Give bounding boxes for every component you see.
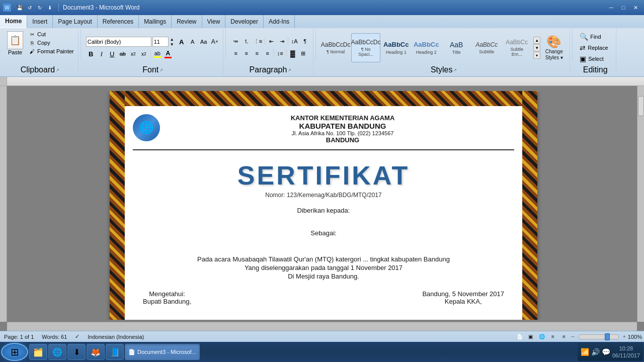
font-name-box[interactable]: Calibri (Body)	[86, 37, 151, 47]
styles-expand[interactable]: ↗	[453, 68, 457, 72]
align-right-button[interactable]: ≡	[252, 48, 262, 58]
print-layout-btn[interactable]: 📄	[515, 333, 525, 341]
style-heading2[interactable]: AaBbCc Heading 2	[412, 33, 441, 62]
highlight-button[interactable]: ab	[152, 49, 163, 59]
numbering-button[interactable]: ⒈	[242, 36, 252, 46]
change-case-btn[interactable]: Aa	[199, 37, 209, 47]
style-heading1[interactable]: AaBbCc Heading 1	[381, 33, 411, 62]
taskbar-ie[interactable]: 🌐	[48, 344, 66, 360]
full-screen-btn[interactable]: ▣	[526, 333, 536, 341]
taskbar-arrow[interactable]: ⬇	[67, 344, 86, 360]
copy-button[interactable]: ⎘ Copy	[27, 39, 75, 47]
sort-button[interactable]: ↕A	[289, 36, 299, 46]
word-count[interactable]: Words: 61	[40, 334, 69, 340]
font-grow-large-btn[interactable]: A	[177, 37, 187, 47]
style-normal[interactable]: AaBbCcDc ¶ Normal	[321, 33, 350, 62]
tab-insert[interactable]: Insert	[27, 15, 53, 28]
vertical-scrollbar[interactable]	[637, 86, 644, 322]
styles-scroll-up[interactable]: ▲	[533, 37, 540, 44]
style-subtitle[interactable]: AaBbCc Subtitle	[472, 33, 501, 62]
cut-button[interactable]: ✂ Cut	[27, 30, 75, 38]
strikethrough-button[interactable]: ab	[118, 49, 128, 59]
clear-format-btn[interactable]: A✕	[210, 37, 220, 47]
superscript-button[interactable]: x2	[139, 49, 149, 59]
underline-button[interactable]: U	[107, 49, 117, 59]
italic-button[interactable]: I	[97, 49, 107, 59]
style-title[interactable]: AaB Title	[442, 33, 471, 62]
font-grow-btn[interactable]: ▲	[169, 37, 176, 42]
font-shrink-btn[interactable]: ▼	[169, 42, 176, 47]
font-shrink-large-btn[interactable]: A	[188, 37, 198, 47]
center-button[interactable]: ≡	[242, 48, 252, 58]
tab-review[interactable]: Review	[172, 15, 202, 28]
save-quick-btn[interactable]: 💾	[15, 3, 24, 12]
tab-view[interactable]: View	[202, 15, 226, 28]
tray-network[interactable]: 📶	[581, 348, 589, 356]
zoom-plus[interactable]: +	[623, 334, 626, 339]
web-layout-btn[interactable]: 🌐	[537, 333, 547, 341]
document-page[interactable]: 🌐 KANTOR KEMENTERIAN AGAMA KABUPATEN BAN…	[110, 91, 537, 320]
dropdown-quick-btn[interactable]: ⬇	[45, 3, 54, 12]
tray-notification[interactable]: 💬	[602, 348, 610, 356]
minimize-button[interactable]: ─	[606, 3, 617, 12]
close-button[interactable]: ✕	[630, 3, 641, 12]
multilevel-button[interactable]: ⋮≡	[252, 36, 264, 46]
taskbar-active-window[interactable]: 📄 Document3 - Microsof...	[125, 344, 200, 360]
select-button[interactable]: ▣ Select	[578, 54, 613, 64]
scrollbar-thumb[interactable]	[638, 96, 644, 116]
zoom-level[interactable]: 100%	[628, 334, 642, 340]
subscript-button[interactable]: x2	[128, 49, 138, 59]
zoom-slider[interactable]	[579, 334, 619, 339]
outline-btn[interactable]: ≡	[548, 333, 558, 341]
font-size-box[interactable]: 11	[152, 37, 169, 47]
styles-scroll-down[interactable]: ▼	[533, 44, 540, 51]
start-button[interactable]: ⊞	[1, 343, 28, 361]
clipboard-expand[interactable]: ↗	[56, 68, 59, 72]
style-subtle-em[interactable]: AaBbCc Subtle Em...	[502, 33, 531, 62]
paste-button[interactable]: 📋 Paste	[5, 30, 25, 56]
system-clock[interactable]: 10:28 06/11/2017	[612, 345, 640, 359]
justify-button[interactable]: ≡	[263, 48, 273, 58]
tab-addins[interactable]: Add-Ins	[264, 15, 295, 28]
draft-btn[interactable]: ≡	[559, 333, 569, 341]
tab-developer[interactable]: Developer	[225, 15, 264, 28]
para-expand[interactable]: ↗	[288, 68, 291, 72]
bold-button[interactable]: B	[86, 49, 96, 59]
maximize-button[interactable]: □	[618, 3, 629, 12]
undo-quick-btn[interactable]: ↺	[25, 3, 34, 12]
taskbar-file-explorer[interactable]: 🗂️	[29, 344, 47, 360]
styles-more[interactable]: ▾	[533, 52, 540, 59]
line-spacing-button[interactable]: ↕≡	[275, 48, 285, 58]
ruler-scale[interactable]: 1 2 3 4 5 6 7 8	[7, 81, 644, 82]
horizontal-scrollbar[interactable]	[7, 322, 637, 331]
taskbar-word-doc[interactable]: 📘	[106, 344, 124, 360]
taskbar-firefox[interactable]: 🦊	[87, 344, 105, 360]
font-expand[interactable]: ↗	[159, 68, 163, 72]
change-styles-button[interactable]: 🎨 ChangeStyles ▾	[541, 34, 567, 62]
zoom-minus[interactable]: ─	[571, 334, 575, 339]
tab-mailings[interactable]: Mailings	[139, 15, 172, 28]
show-hide-button[interactable]: ¶	[300, 36, 310, 46]
proofing-status[interactable]: ✓	[73, 333, 82, 340]
align-left-button[interactable]: ≡	[231, 48, 241, 58]
bullets-button[interactable]: ≔	[231, 36, 241, 46]
redo-quick-btn[interactable]: ↻	[35, 3, 44, 12]
tab-page-layout[interactable]: Page Layout	[53, 15, 97, 28]
tab-home[interactable]: Home	[0, 15, 27, 28]
decrease-indent-button[interactable]: ⇤	[266, 36, 276, 46]
tray-volume[interactable]: 🔊	[591, 348, 600, 356]
style-nospace-preview: AaBbCcDc	[351, 39, 381, 46]
page-info[interactable]: Page: 1 of 1	[2, 334, 36, 340]
borders-button[interactable]: ⊞	[298, 48, 308, 58]
find-button[interactable]: 🔍 Find	[578, 32, 613, 42]
increase-indent-button[interactable]: ⇥	[277, 36, 287, 46]
shading-button[interactable]: ▓	[288, 48, 298, 58]
tab-references[interactable]: References	[98, 15, 139, 28]
format-painter-button[interactable]: 🖌 Format Painter	[27, 47, 75, 55]
font-color-button[interactable]: A	[163, 49, 173, 59]
language-indicator[interactable]: Indonesian (Indonesia)	[86, 334, 146, 340]
style-no-spacing[interactable]: AaBbCcDc ¶ No Spaci...	[351, 33, 380, 62]
zoom-thumb[interactable]	[605, 333, 610, 340]
change-styles-label: ChangeStyles ▾	[545, 49, 563, 61]
replace-button[interactable]: ⇄ Replace	[578, 43, 613, 53]
